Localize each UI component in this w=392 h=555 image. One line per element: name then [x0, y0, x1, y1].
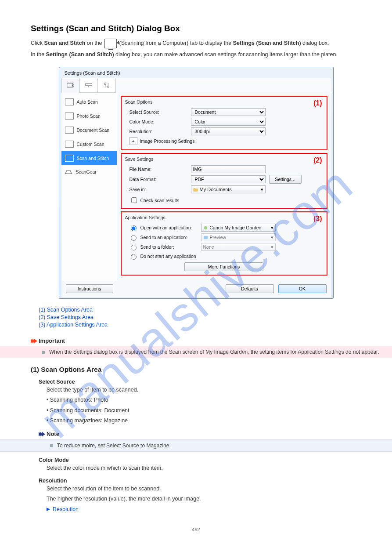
- svg-point-3: [107, 86, 109, 87]
- color-mode-dropdown[interactable]: Color: [191, 118, 266, 126]
- instructions-button[interactable]: Instructions: [66, 284, 113, 293]
- page-title: Settings (Scan and Stitch) Dialog Box: [31, 24, 361, 33]
- select-source-dropdown[interactable]: Document: [191, 108, 266, 116]
- note-text: To reduce moire, set Select Source to Ma…: [50, 443, 392, 449]
- section-scan-options: (1) Scan Options Area: [31, 366, 361, 374]
- save-in-dropdown[interactable]: My Documents▾: [191, 185, 266, 193]
- note-heading: Note: [39, 431, 361, 438]
- field-select-source-desc: Select the type of item to be scanned.: [47, 386, 361, 394]
- page-number: 492: [31, 527, 361, 532]
- auto-scan-icon: [65, 98, 74, 105]
- resolution-label: Resolution:: [125, 129, 191, 134]
- application-settings-area: (3) Application Settings Open with an ap…: [121, 211, 327, 276]
- li-doc: • Scanning documents: Document: [47, 406, 361, 415]
- callout-2: (2): [313, 156, 322, 164]
- preview-icon: [203, 235, 208, 240]
- resolution-dropdown[interactable]: 300 dpi: [191, 127, 266, 135]
- open-with-app-dropdown[interactable]: Canon My Image Garden▾: [201, 224, 276, 232]
- window-title: Settings (Scan and Stitch): [60, 68, 332, 78]
- li-photo: • Scanning photos: Photo: [47, 396, 361, 404]
- callout-3: (3): [313, 215, 322, 223]
- chevrons-blue-icon: [39, 431, 44, 438]
- field-resolution-desc2: The higher the resolution (value), the m…: [47, 495, 361, 503]
- callout-1: (1): [313, 99, 322, 107]
- sidebar: Auto Scan Photo Scan Document Scan Custo…: [61, 93, 117, 281]
- photo-scan-icon: [65, 112, 74, 120]
- data-format-settings-button[interactable]: Settings...: [269, 175, 302, 184]
- open-with-app-radio[interactable]: [131, 225, 137, 231]
- resolution-link[interactable]: Resolution: [47, 505, 79, 514]
- expand-ips-button[interactable]: +: [129, 137, 137, 145]
- data-format-dropdown[interactable]: PDF: [191, 175, 266, 183]
- svg-rect-5: [203, 236, 207, 239]
- important-heading: Important: [31, 337, 361, 345]
- garden-icon: [203, 225, 208, 230]
- check-scan-results-checkbox[interactable]: Check scan results: [129, 196, 323, 204]
- tab-scan-from-panel[interactable]: [79, 78, 98, 93]
- intro-paragraph-1: Click Scan and Stitch on the (Scanning f…: [31, 39, 361, 48]
- custom-scan-icon: [65, 141, 74, 148]
- save-in-label: Save in:: [125, 187, 191, 192]
- defaults-button[interactable]: Defaults: [226, 284, 274, 293]
- dialog-tabs: [61, 78, 331, 93]
- field-color-mode: Color Mode: [39, 457, 361, 463]
- sidebar-item-photo-scan[interactable]: Photo Scan: [61, 109, 117, 123]
- intro-paragraph-2: In the Settings (Scan and Stitch) dialog…: [31, 50, 361, 59]
- svg-point-4: [204, 226, 207, 229]
- sidebar-item-scangear[interactable]: ScanGear: [61, 165, 117, 178]
- save-settings-area: (2) Save Settings File Name: Data Format…: [121, 153, 327, 209]
- select-source-label: Select Source:: [125, 109, 191, 115]
- toc-link-app-settings[interactable]: (3) Application Settings Area: [39, 322, 361, 328]
- do-not-start-radio[interactable]: [131, 254, 137, 260]
- svg-point-2: [104, 83, 106, 85]
- sidebar-item-scan-and-stitch[interactable]: Scan and Stitch: [61, 151, 117, 165]
- toc-link-scan-options[interactable]: (1) Scan Options Area: [39, 307, 361, 313]
- field-color-mode-desc: Select the color mode in which to scan t…: [47, 464, 361, 472]
- data-format-label: Data Format:: [125, 177, 191, 182]
- li-mag: • Scanning magazines: Magazine: [47, 417, 361, 425]
- app-settings-legend: Application Settings: [125, 215, 165, 220]
- dialog-footer: Instructions Defaults OK: [61, 281, 331, 297]
- send-to-folder-radio[interactable]: [131, 245, 137, 250]
- scan-options-area: (1) Scan Options Select Source:Document …: [121, 96, 327, 150]
- sidebar-item-document-scan[interactable]: Document Scan: [61, 123, 117, 137]
- file-name-label: File Name:: [125, 167, 191, 172]
- file-name-input[interactable]: [191, 165, 266, 173]
- note-callout: To reduce moire, set Select Source to Ma…: [0, 439, 392, 452]
- sidebar-item-custom-scan[interactable]: Custom Scan: [61, 137, 117, 151]
- field-select-source: Select Source: [39, 379, 361, 385]
- save-settings-legend: Save Settings: [125, 156, 154, 162]
- tab-general-settings[interactable]: [97, 78, 116, 93]
- scangear-icon: [65, 169, 73, 175]
- toc-link-save-settings[interactable]: (2) Save Settings Area: [39, 314, 361, 320]
- chevrons-red-icon: [31, 338, 36, 345]
- send-to-app-dropdown[interactable]: Preview▾: [201, 233, 276, 241]
- color-mode-label: Color Mode:: [125, 119, 191, 124]
- tab-scan-from-computer[interactable]: [61, 78, 80, 93]
- document-scan-icon: [65, 127, 74, 134]
- scan-and-stitch-icon: [65, 155, 74, 162]
- field-resolution: Resolution: [39, 478, 361, 484]
- ok-button[interactable]: OK: [278, 284, 327, 293]
- ips-label: Image Processing Settings: [140, 138, 195, 144]
- important-callout: When the Settings dialog box is displaye…: [0, 346, 392, 358]
- important-text: When the Settings dialog box is displaye…: [42, 349, 392, 355]
- scan-options-legend: Scan Options: [125, 99, 153, 105]
- settings-dialog: Settings (Scan and Stitch) Auto Scan Pho…: [59, 67, 334, 299]
- computer-tab-icon: [104, 39, 117, 48]
- svg-rect-1: [85, 83, 92, 86]
- send-to-app-radio[interactable]: [131, 235, 137, 241]
- more-functions-button[interactable]: More Functions: [184, 262, 263, 271]
- folder-icon: [193, 187, 198, 192]
- field-resolution-desc: Select the resolution of the item to be …: [47, 485, 361, 493]
- sidebar-item-auto-scan[interactable]: Auto Scan: [61, 95, 117, 109]
- send-to-folder-dropdown[interactable]: None▾: [201, 243, 276, 251]
